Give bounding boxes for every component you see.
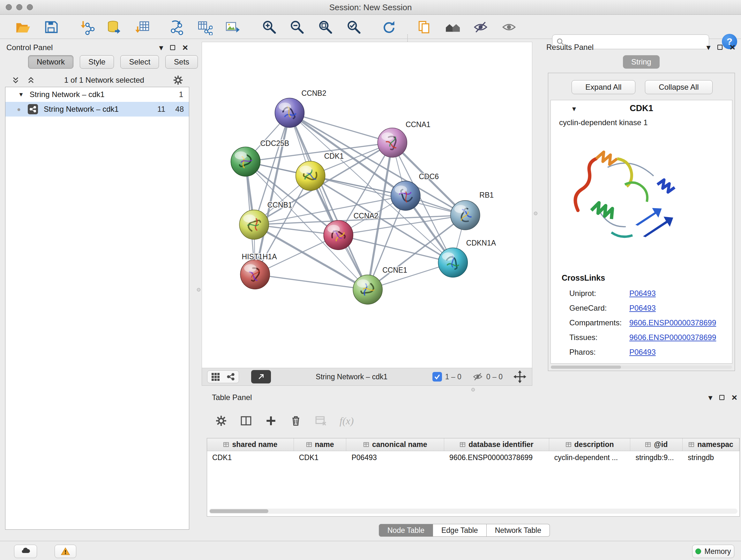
select-columns-icon[interactable] (240, 415, 252, 427)
edge-CCNB2-CCNA1[interactable] (289, 113, 392, 143)
zoom-out-button[interactable] (288, 18, 306, 36)
edge-HIST1H1A-CCNE1[interactable] (255, 274, 367, 290)
edge-CCNB2-CCNE1[interactable] (289, 113, 367, 290)
crosslink-link[interactable]: 9606.ENSP00000378699 (629, 333, 716, 342)
node-CDKN1A[interactable]: CDKN1A (438, 239, 496, 277)
column-header-namespac[interactable]: namespac (683, 438, 739, 451)
zoom-selected-button[interactable] (345, 18, 362, 36)
crosslink-link[interactable]: P06493 (629, 348, 656, 357)
hide-panels-button[interactable] (472, 18, 489, 36)
right-splitter-handle[interactable] (534, 212, 537, 215)
tab-edge-table[interactable]: Edge Table (433, 524, 487, 537)
collection-expander-icon[interactable]: ▼ (18, 91, 24, 98)
home-button[interactable] (444, 18, 461, 36)
tab-network[interactable]: Network (28, 55, 73, 69)
crosslink-link[interactable]: 9606.ENSP00000378699 (629, 318, 716, 327)
tab-style[interactable]: Style (80, 55, 114, 69)
control-panel-title: Control Panel (6, 43, 53, 52)
delete-column-trash-icon[interactable] (290, 415, 302, 427)
warnings-button[interactable] (55, 545, 76, 558)
tab-string[interactable]: String (623, 55, 660, 69)
results-horizontal-scrollbar[interactable] (551, 366, 732, 369)
share-network-icon[interactable] (226, 372, 235, 381)
import-network-from-file-button[interactable] (78, 18, 96, 36)
tab-select[interactable]: Select (120, 55, 159, 69)
table-settings-gear-icon[interactable] (215, 415, 227, 427)
new-network-from-table-button[interactable] (196, 18, 213, 36)
column-header-shared-name[interactable]: shared name (207, 438, 294, 451)
new-network-button[interactable] (168, 18, 185, 36)
table-row[interactable]: CDK1CDK1P064939606.ENSP00000378699cyclin… (207, 451, 739, 464)
crosslink-link[interactable]: P06493 (629, 289, 656, 298)
node-CCNE1[interactable]: CCNE1 (353, 266, 407, 304)
table-panel-close-icon[interactable]: × (731, 394, 737, 401)
bottom-splitter-handle[interactable] (471, 388, 475, 391)
control-panel-collapse-icon[interactable]: ▾ (159, 44, 163, 51)
table-panel-float-icon[interactable] (719, 395, 724, 400)
node-RB1[interactable]: RB1 (451, 191, 494, 230)
clone-network-button[interactable] (415, 18, 433, 36)
tab-node-table[interactable]: Node Table (379, 524, 433, 537)
cell-canonical-name[interactable]: P06493 (346, 451, 444, 464)
table-panel-collapse-icon[interactable]: ▾ (708, 394, 712, 401)
add-column-icon[interactable] (265, 415, 277, 427)
table-scrollbar-thumb[interactable] (210, 509, 268, 513)
network-canvas[interactable]: CCNB2CCNA1CDC25BCDK1CDC6RB1CCNB1CCNA2CDK… (202, 42, 532, 368)
cell-database-identifier[interactable]: 9606.ENSP00000378699 (444, 451, 549, 464)
pan-move-icon[interactable] (514, 370, 526, 383)
crosslink-link[interactable]: P06493 (629, 304, 656, 313)
table-panel-header: Table Panel ▾ × (207, 392, 740, 403)
open-session-button[interactable] (14, 18, 31, 36)
memory-button[interactable]: Memory (692, 545, 734, 558)
results-panel-collapse-icon[interactable]: ▾ (706, 44, 711, 51)
birdseye-grid-icon[interactable] (211, 372, 220, 381)
column-header-description[interactable]: description (549, 438, 630, 451)
zoom-in-button[interactable] (261, 18, 278, 36)
selected-checkbox-icon[interactable] (432, 372, 442, 381)
crosslink-label: Pharos: (569, 348, 629, 357)
column-header-id[interactable]: @id (630, 438, 683, 451)
collapse-all-icon[interactable] (11, 75, 20, 85)
expand-all-button[interactable]: Expand All (571, 80, 635, 94)
cell-shared-name[interactable]: CDK1 (207, 451, 294, 464)
close-window-button[interactable] (6, 4, 12, 10)
cell-id[interactable]: stringdb:9... (630, 451, 683, 464)
results-panel-float-icon[interactable] (718, 45, 723, 50)
node-CCNB1[interactable]: CCNB1 (239, 201, 292, 239)
show-panels-button[interactable] (500, 18, 518, 36)
refresh-layout-button[interactable] (381, 18, 398, 36)
network-row[interactable]: ● String Network – cdk1 11 48 (5, 102, 189, 117)
maximize-window-button[interactable] (27, 4, 33, 10)
edge-CCNB2-HIST1H1A[interactable] (255, 113, 289, 274)
column-header-canonical-name[interactable]: canonical name (346, 438, 444, 451)
node-CCNA1[interactable]: CCNA1 (378, 120, 430, 158)
expand-all-icon[interactable] (26, 75, 36, 85)
column-type-icon (688, 442, 695, 448)
cloud-status-button[interactable] (14, 545, 37, 558)
results-panel-close-icon[interactable]: × (730, 44, 735, 51)
control-panel-close-icon[interactable]: × (182, 44, 188, 51)
minimize-window-button[interactable] (16, 4, 22, 10)
column-header-database-identifier[interactable]: database identifier (444, 438, 549, 451)
cell-description[interactable]: cyclin-dependent ... (549, 451, 630, 464)
network-collection-row[interactable]: ▼ String Network – cdk1 1 (5, 87, 189, 102)
import-table-from-file-button[interactable] (134, 18, 151, 36)
node-CDK1[interactable]: CDK1 (296, 152, 344, 190)
node-HIST1H1A[interactable]: HIST1H1A (240, 253, 277, 289)
left-splitter-handle[interactable] (197, 288, 200, 292)
tab-network-table[interactable]: Network Table (487, 524, 550, 537)
export-image-button[interactable] (224, 18, 241, 36)
control-panel-float-icon[interactable] (170, 45, 175, 50)
cell-name[interactable]: CDK1 (294, 451, 347, 464)
cell-namespac[interactable]: stringdb (683, 451, 739, 464)
collapse-all-button[interactable]: Collapse All (645, 80, 713, 94)
tab-sets[interactable]: Sets (165, 55, 198, 69)
image-export-icon (224, 19, 240, 35)
save-session-button[interactable] (43, 18, 60, 36)
open-in-new-button[interactable] (251, 370, 271, 383)
column-header-name[interactable]: name (294, 438, 347, 451)
import-network-from-database-button[interactable] (105, 18, 122, 36)
network-options-gear-icon[interactable] (173, 75, 184, 85)
zoom-fit-button[interactable] (317, 18, 334, 36)
hidden-eye-slash-icon[interactable] (472, 371, 483, 382)
